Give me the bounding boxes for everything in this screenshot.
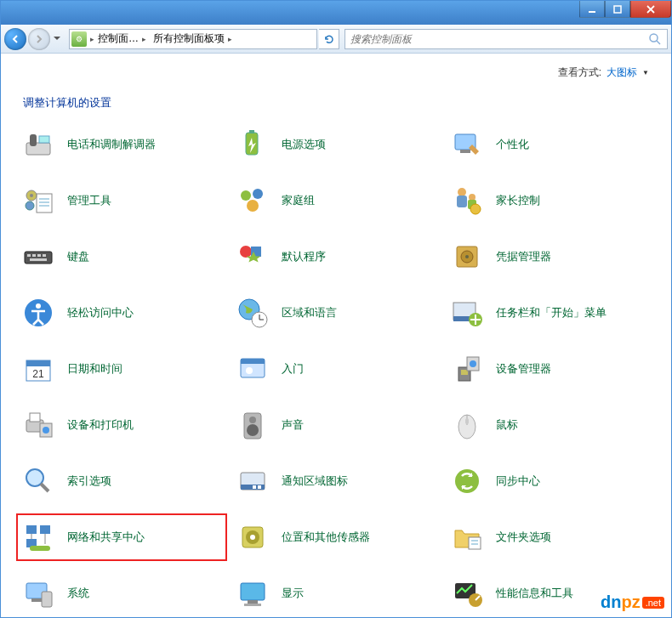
cp-item-notification-icons[interactable]: 通知区域图标	[232, 459, 440, 503]
svg-rect-24	[457, 196, 467, 207]
item-label: 电源选项	[282, 137, 326, 152]
forward-button[interactable]	[28, 28, 50, 50]
cp-item-phone-modem[interactable]: 电话和调制解调器	[18, 122, 225, 167]
system-icon	[21, 576, 55, 610]
cp-item-device-manager[interactable]: 设备管理器	[447, 347, 654, 391]
item-label: 显示	[282, 586, 304, 601]
cp-item-parental[interactable]: 家长控制	[447, 179, 654, 223]
svg-point-57	[470, 360, 476, 367]
search-box[interactable]	[345, 29, 668, 49]
svg-point-63	[249, 417, 256, 423]
cp-item-ease-of-access[interactable]: 轻松访问中心	[18, 291, 225, 335]
cp-item-mouse[interactable]: 鼠标	[447, 403, 654, 447]
cp-item-sync-center[interactable]: 同步中心	[447, 459, 654, 503]
cp-item-location-sensors[interactable]: 位置和其他传感器	[232, 515, 440, 559]
svg-rect-13	[37, 194, 52, 213]
item-label: 区域和语言	[282, 305, 337, 320]
cp-item-homegroup[interactable]: 家庭组	[232, 179, 440, 223]
viewby-label: 查看方式:	[558, 65, 601, 80]
item-label: 系统	[67, 586, 89, 601]
cp-item-admin-tools[interactable]: 管理工具	[18, 179, 225, 223]
window-icon	[236, 352, 270, 386]
item-label: 任务栏和「开始」菜单	[496, 305, 607, 320]
svg-point-27	[470, 204, 481, 214]
svg-point-23	[458, 188, 466, 196]
svg-rect-76	[40, 525, 50, 534]
cp-item-devices-printers[interactable]: 设备和打印机	[18, 403, 225, 447]
cp-item-getting-started[interactable]: 入门	[232, 347, 440, 391]
item-label: 默认程序	[282, 249, 326, 264]
cp-item-folder-options[interactable]: 文件夹选项	[447, 515, 654, 559]
item-label: 网络和共享中心	[67, 530, 145, 545]
calendar-icon: 21	[21, 352, 55, 386]
history-dropdown[interactable]	[52, 31, 62, 48]
battery-icon	[236, 128, 270, 162]
globe-clock-icon	[236, 296, 270, 330]
svg-rect-28	[25, 252, 52, 264]
item-label: 文件夹选项	[496, 530, 551, 545]
navbar: ⚙ ▸ 控制面…▸ 所有控制面板项▸	[1, 25, 671, 54]
item-label: 同步中心	[496, 473, 540, 489]
viewby-dropdown-icon[interactable]: ▼	[642, 69, 649, 77]
svg-point-20	[241, 190, 251, 201]
svg-rect-52	[241, 359, 265, 364]
cp-item-default-programs[interactable]: 默认程序	[232, 235, 440, 279]
svg-rect-72	[253, 485, 256, 489]
back-button[interactable]	[4, 28, 26, 50]
folder-icon	[450, 520, 484, 554]
svg-rect-84	[469, 537, 481, 549]
item-label: 键盘	[67, 249, 89, 264]
cp-item-indexing[interactable]: 索引选项	[18, 459, 225, 503]
svg-rect-29	[27, 254, 31, 257]
cp-item-personalization[interactable]: 个性化	[447, 122, 654, 167]
svg-point-4	[650, 34, 658, 42]
cp-item-power-options[interactable]: 电源选项	[232, 122, 440, 167]
svg-rect-7	[30, 134, 37, 146]
control-panel-window: ⚙ ▸ 控制面…▸ 所有控制面板项▸ 查看方式: 大图标 ▼ 调整计算机的设置 …	[0, 0, 672, 618]
breadcrumb[interactable]: ⚙ ▸ 控制面…▸ 所有控制面板项▸	[69, 29, 317, 49]
svg-rect-12	[460, 150, 470, 153]
svg-rect-89	[42, 592, 52, 607]
svg-rect-75	[26, 525, 37, 534]
svg-point-40	[36, 303, 41, 309]
search-icon	[648, 32, 662, 46]
family-icon	[450, 184, 484, 218]
phone-icon	[21, 128, 55, 162]
watermark: dnpz.net	[601, 592, 664, 612]
item-label: 设备管理器	[496, 361, 551, 377]
svg-rect-30	[32, 254, 36, 257]
device-chip-icon	[450, 352, 484, 386]
item-label: 家庭组	[282, 193, 315, 208]
sensor-icon	[236, 520, 270, 554]
gears-icon	[21, 184, 55, 218]
svg-point-18	[30, 194, 33, 197]
svg-point-34	[240, 246, 252, 258]
viewby-value[interactable]: 大图标	[607, 65, 637, 80]
svg-text:21: 21	[32, 368, 44, 380]
cp-item-region-language[interactable]: 区域和语言	[232, 291, 440, 335]
refresh-button[interactable]	[319, 29, 339, 49]
item-label: 鼠标	[496, 417, 518, 433]
svg-line-69	[41, 484, 48, 491]
maximize-button[interactable]	[605, 1, 630, 18]
sync-icon	[450, 464, 484, 498]
item-label: 凭据管理器	[496, 249, 551, 264]
minimize-button[interactable]	[579, 1, 605, 18]
svg-rect-32	[43, 254, 46, 257]
cp-item-taskbar-start[interactable]: 任务栏和「开始」菜单	[447, 291, 654, 335]
item-label: 声音	[282, 417, 304, 433]
search-input[interactable]	[350, 33, 648, 45]
cp-item-network-sharing[interactable]: 网络和共享中心	[18, 515, 225, 559]
cp-item-sound[interactable]: 声音	[232, 403, 440, 447]
taskbar-icon	[450, 296, 484, 330]
cp-item-system[interactable]: 系统	[18, 571, 225, 615]
svg-point-22	[247, 200, 259, 212]
cp-item-date-time[interactable]: 21日期和时间	[18, 347, 225, 391]
cp-item-credential-manager[interactable]: 凭据管理器	[447, 235, 654, 279]
close-button[interactable]	[630, 1, 671, 18]
cp-item-keyboard[interactable]: 键盘	[18, 235, 225, 279]
svg-rect-49	[26, 360, 50, 366]
svg-point-83	[250, 535, 255, 540]
item-label: 索引选项	[67, 473, 111, 489]
cp-item-display[interactable]: 显示	[232, 571, 440, 615]
